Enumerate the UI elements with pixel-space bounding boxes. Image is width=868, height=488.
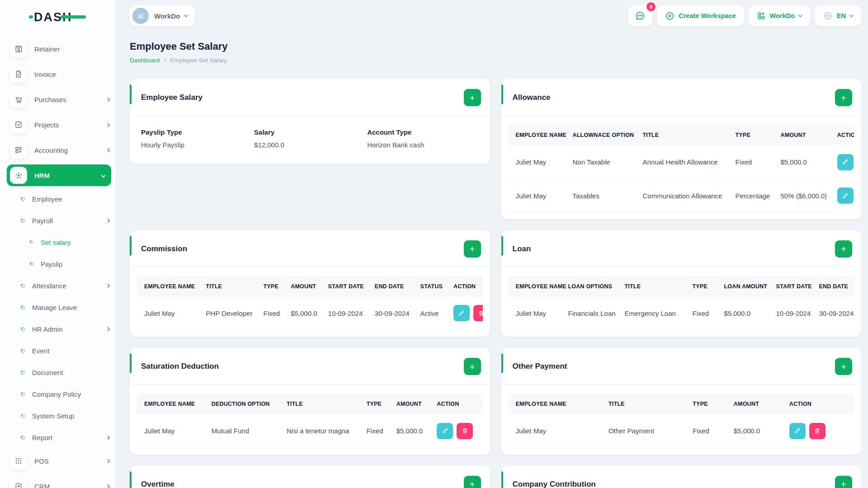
breadcrumb-current: Employee Set Salary bbox=[170, 57, 227, 64]
dash-logo[interactable]: DASH bbox=[0, 0, 116, 29]
sidebar-item-employee[interactable]: Employee bbox=[10, 192, 109, 205]
add-other-payment-button[interactable]: + bbox=[835, 358, 852, 375]
delete-button[interactable] bbox=[809, 423, 826, 439]
chat-icon bbox=[635, 10, 646, 21]
sidebar-item-company-policy[interactable]: Company Policy bbox=[10, 388, 109, 400]
add-saturation-deduction-button[interactable]: + bbox=[464, 358, 481, 375]
bullet-icon bbox=[20, 196, 25, 202]
saturation-deduction-table: EMPLOYEE NAME DEDUCTION OPTION TITLE TYP… bbox=[137, 394, 483, 448]
check-square-icon bbox=[10, 116, 27, 133]
sidebar-item-manage-leave[interactable]: Manage Leave bbox=[10, 301, 109, 314]
bullet-icon bbox=[20, 305, 25, 310]
bullet-icon bbox=[20, 435, 25, 440]
table-row: Juliet May Taxables Communication Allowa… bbox=[509, 179, 854, 212]
add-allowance-button[interactable]: + bbox=[835, 89, 852, 106]
card-title: Commission bbox=[141, 244, 187, 253]
chevron-right-icon bbox=[106, 459, 110, 463]
breadcrumb-dashboard-link[interactable]: Dashboard bbox=[130, 57, 160, 64]
sidebar-item-hr-admin[interactable]: HR Admin bbox=[10, 323, 109, 335]
sidebar-item-hrm[interactable]: HRM bbox=[7, 164, 111, 186]
chevron-right-icon bbox=[106, 122, 110, 127]
employee-salary-card: Employee Salary + Payslip Type Hourly Pa… bbox=[130, 79, 490, 164]
page-header: Employee Set Salary Dashboard Employee S… bbox=[130, 41, 861, 64]
allowance-card: Allowance + EMPLOYEE NAME ALLOWNACE OPTI… bbox=[501, 79, 862, 219]
topbar: WorkDo 0 Create Workspace WorkDo EN bbox=[130, 0, 861, 28]
sidebar-item-payroll[interactable]: Payroll bbox=[10, 214, 109, 227]
cart-icon bbox=[10, 91, 27, 108]
table-header-row: EMPLOYEE NAME DEDUCTION OPTION TITLE TYP… bbox=[137, 394, 483, 414]
other-payment-card: Other Payment + EMPLOYEE NAME TITLE TYPE… bbox=[501, 348, 862, 455]
add-company-contribution-button[interactable]: + bbox=[835, 476, 852, 488]
sidebar-item-invoice[interactable]: Invoice bbox=[10, 66, 109, 82]
sidebar-item-purchases[interactable]: Purchases bbox=[10, 91, 109, 108]
sidebar-item-attendance[interactable]: Attendance bbox=[10, 279, 109, 292]
workspace-selector[interactable]: WorkDo bbox=[130, 5, 195, 26]
card-title: Overtime bbox=[141, 480, 175, 488]
sidebar-item-projects[interactable]: Projects bbox=[10, 117, 109, 133]
grid-plus-icon bbox=[10, 141, 27, 159]
bullet-icon bbox=[20, 283, 25, 288]
edit-button[interactable] bbox=[437, 423, 453, 439]
app-switcher-button[interactable]: WorkDo bbox=[749, 5, 810, 26]
crm-icon bbox=[10, 478, 27, 488]
salary-field: Salary $12,000.0 bbox=[254, 128, 367, 149]
edit-button[interactable] bbox=[837, 188, 854, 204]
card-title: Other Payment bbox=[513, 362, 567, 371]
sidebar-item-document[interactable]: Document bbox=[10, 366, 109, 379]
card-title: Allowance bbox=[513, 93, 551, 102]
bullet-icon bbox=[20, 218, 25, 223]
card-title: Company Contribution bbox=[513, 480, 596, 488]
sidebar-item-report[interactable]: Report bbox=[10, 431, 109, 444]
sidebar-item-crm[interactable]: CRM bbox=[10, 478, 109, 488]
invoice-icon bbox=[10, 66, 27, 83]
add-loan-button[interactable]: + bbox=[835, 240, 852, 258]
sidebar-item-system-setup[interactable]: System Setup bbox=[10, 409, 109, 422]
chevron-right-icon bbox=[106, 218, 110, 223]
pos-icon bbox=[10, 452, 27, 469]
table-row: Juliet May Mutual Fund Nisi a tenetur ma… bbox=[137, 414, 483, 448]
cards-grid: Employee Salary + Payslip Type Hourly Pa… bbox=[130, 79, 861, 488]
sidebar-item-payslip[interactable]: Payslip bbox=[10, 258, 109, 270]
table-row: Juliet May Financials Loan Emergency Loa… bbox=[509, 297, 854, 330]
sidebar-item-event[interactable]: Event bbox=[10, 344, 109, 357]
table-row: Juliet May Non Taxable Annual Health All… bbox=[509, 145, 854, 179]
other-payment-table: EMPLOYEE NAME TITLE TYPE AMOUNT ACTION J… bbox=[509, 394, 854, 448]
hrm-icon bbox=[10, 167, 27, 184]
add-overtime-button[interactable]: + bbox=[464, 476, 481, 488]
add-employee-salary-button[interactable]: + bbox=[464, 89, 481, 106]
bullet-icon bbox=[29, 262, 34, 267]
chevron-right-icon bbox=[106, 435, 110, 440]
add-commission-button[interactable]: + bbox=[464, 240, 481, 258]
sidebar-nav: Retainer Invoice Purchases Projects bbox=[0, 29, 116, 488]
loan-table: EMPLOYEE NAME LOAN OPTIONS TITLE TYPE LO… bbox=[509, 276, 854, 331]
messages-button[interactable]: 0 bbox=[628, 5, 652, 26]
account-type-field: Account Type Horizon Bank cash bbox=[367, 128, 478, 149]
edit-button[interactable] bbox=[453, 305, 470, 321]
edit-button[interactable] bbox=[789, 423, 806, 439]
sidebar-item-accounting[interactable]: Accounting bbox=[10, 142, 109, 158]
table-header-row: EMPLOYEE NAME ALLOWNACE OPTION TITLE TYP… bbox=[509, 125, 854, 145]
topbar-actions: 0 Create Workspace WorkDo EN bbox=[628, 5, 861, 26]
language-selector[interactable]: EN bbox=[815, 5, 861, 26]
bullet-icon bbox=[20, 391, 25, 397]
chevron-right-icon bbox=[106, 148, 110, 152]
allowance-table: EMPLOYEE NAME ALLOWNACE OPTION TITLE TYP… bbox=[509, 125, 854, 213]
create-workspace-button[interactable]: Create Workspace bbox=[657, 5, 744, 26]
retainer-icon bbox=[10, 40, 27, 57]
sidebar-item-set-salary[interactable]: Set salary bbox=[10, 236, 109, 249]
table-header-row: EMPLOYEE NAME TITLE TYPE AMOUNT ACTION bbox=[509, 394, 854, 414]
sidebar-item-pos[interactable]: POS bbox=[10, 453, 109, 469]
chevron-right-icon bbox=[106, 327, 110, 331]
chevron-down-icon bbox=[101, 173, 106, 178]
sidebar-item-retainer[interactable]: Retainer bbox=[10, 41, 109, 57]
messages-badge: 0 bbox=[646, 2, 656, 11]
delete-button[interactable] bbox=[473, 305, 483, 321]
page-title: Employee Set Salary bbox=[130, 41, 861, 52]
saturation-deduction-card: Saturation Deduction + EMPLOYEE NAME DED… bbox=[130, 348, 490, 455]
bullet-icon bbox=[20, 370, 25, 375]
grid-plus-icon bbox=[757, 11, 766, 20]
bullet-icon bbox=[29, 240, 34, 245]
edit-button[interactable] bbox=[837, 154, 854, 170]
delete-button[interactable] bbox=[457, 423, 473, 439]
card-title: Employee Salary bbox=[141, 93, 203, 102]
